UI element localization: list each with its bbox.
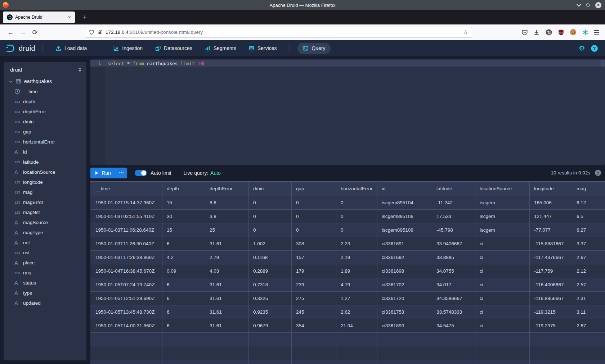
table-cell[interactable]: 31.61	[205, 292, 249, 305]
table-cell[interactable]: 275	[292, 292, 336, 305]
table-cell[interactable]: 34.5475	[432, 319, 475, 333]
column-item-mag[interactable]: 123mag	[4, 187, 86, 197]
druid-brand[interactable]: druid	[5, 43, 35, 54]
table-cell[interactable]: 1950-01-03T11:06:28.640Z	[90, 223, 162, 237]
table-cell[interactable]: -117.759	[530, 264, 572, 278]
table-cell[interactable]: 2.12	[572, 264, 605, 278]
table-cell[interactable]: -115.8881667	[530, 237, 572, 251]
column-item-dmin[interactable]: 123dmin	[4, 117, 86, 127]
column-header-longitude[interactable]: longitude	[530, 182, 572, 196]
table-cell[interactable]: 6.27	[572, 223, 605, 237]
column-item-gap[interactable]: 123gap	[4, 127, 86, 137]
pocket-icon[interactable]	[521, 29, 528, 36]
column-header-dmin[interactable]: dmin	[249, 182, 292, 196]
table-cell[interactable]: 33.5748333	[432, 305, 475, 319]
table-cell[interactable]: iscgem	[475, 223, 530, 237]
table-cell[interactable]: 3.8	[205, 210, 249, 223]
editor-scrollbar[interactable]	[601, 60, 604, 67]
column-header-depth[interactable]: depth	[162, 182, 205, 196]
table-cell[interactable]: 121.447	[530, 210, 572, 223]
settings-gear-icon[interactable]: ⚙	[579, 45, 585, 52]
table-cell[interactable]: 239	[292, 278, 336, 292]
table-cell[interactable]: 30	[162, 210, 205, 223]
table-cell[interactable]: 1950-01-05T12:51:29.690Z	[90, 292, 162, 305]
url-text[interactable]: 172.18.0.4:30109/unified-console.html#qu…	[106, 29, 463, 35]
table-cell[interactable]: -119.3215	[530, 305, 572, 319]
table-cell[interactable]: 1.89	[336, 264, 377, 278]
table-cell[interactable]: 31.61	[205, 319, 249, 333]
account-containers-icon[interactable]	[545, 29, 552, 36]
table-cell[interactable]: 354	[292, 319, 336, 333]
insecure-lock-icon[interactable]	[97, 29, 103, 35]
table-cell[interactable]: 0.09	[162, 264, 205, 278]
chevron-down-icon[interactable]	[9, 79, 13, 83]
nav-item-query[interactable]: Query	[297, 43, 330, 54]
table-cell[interactable]: 0	[292, 196, 336, 210]
table-cell[interactable]: iscgem	[475, 210, 530, 223]
table-cell[interactable]: ci	[475, 305, 530, 319]
table-cell[interactable]: 31.61	[205, 278, 249, 292]
table-cell[interactable]: ci3361753	[377, 305, 432, 319]
table-cell[interactable]: 4.03	[205, 264, 249, 278]
table-cell[interactable]: 1950-01-05T13:45:48.730Z	[90, 305, 162, 319]
nav-item-datasources[interactable]: Datasources	[153, 43, 194, 54]
table-cell[interactable]: ci3361702	[377, 278, 432, 292]
table-cell[interactable]: 2.62	[336, 305, 377, 319]
table-cell[interactable]: 0	[336, 223, 377, 237]
table-cell[interactable]: 33.8885	[432, 251, 475, 264]
table-cell[interactable]: 0.9235	[249, 305, 292, 319]
table-cell[interactable]: iscgem895104	[377, 196, 432, 210]
tracking-shield-icon[interactable]	[89, 29, 94, 35]
table-cell[interactable]: 17.533	[432, 210, 475, 223]
table-cell[interactable]: iscgem895106	[377, 210, 432, 223]
help-icon[interactable]: ?	[591, 45, 598, 52]
ublock-origin-icon[interactable]: UO	[558, 29, 564, 36]
table-cell[interactable]: -45.798	[432, 223, 475, 237]
menu-icon[interactable]	[594, 30, 599, 35]
column-item-status[interactable]: Astatus	[4, 278, 86, 288]
table-cell[interactable]: 245	[292, 305, 336, 319]
table-cell[interactable]: 6.5	[572, 210, 605, 223]
table-cell[interactable]: ci	[475, 278, 530, 292]
table-cell[interactable]: 1950-01-04T16:38:45.670Z	[90, 264, 162, 278]
table-cell[interactable]: iscgem895109	[377, 223, 432, 237]
window-minimize-icon[interactable]	[577, 2, 581, 7]
table-cell[interactable]: 3.37	[572, 237, 605, 251]
table-cell[interactable]: 0	[249, 210, 292, 223]
downloads-icon[interactable]	[533, 29, 540, 36]
table-cell[interactable]: -117.4376667	[530, 251, 572, 264]
table-cell[interactable]: 1950-01-05T07:24:19.740Z	[90, 278, 162, 292]
table-cell[interactable]: 1950-01-03T17:26:38.860Z	[90, 251, 162, 264]
table-cell[interactable]: 165.006	[530, 196, 572, 210]
table-cell[interactable]: 1.002	[249, 237, 292, 251]
table-cell[interactable]: 15	[162, 223, 205, 237]
table-cell[interactable]: -116.8856667	[530, 292, 572, 305]
column-item-latitude[interactable]: 123latitude	[4, 157, 86, 167]
table-cell[interactable]: 2.19	[336, 251, 377, 264]
run-button[interactable]: Run	[90, 168, 116, 178]
table-cell[interactable]: 0	[249, 196, 292, 210]
column-item-id[interactable]: Aid	[4, 147, 86, 157]
forward-icon[interactable]: →	[17, 27, 29, 38]
nav-item-segments[interactable]: Segments	[203, 43, 238, 54]
column-header-horizontalError[interactable]: horizontalError	[336, 182, 377, 196]
table-cell[interactable]: 15	[162, 196, 205, 210]
table-cell[interactable]: 1950-01-03T11:26:30.040Z	[90, 237, 162, 251]
table-cell[interactable]: 34.017	[432, 278, 475, 292]
table-cell[interactable]: 0.3325	[249, 292, 292, 305]
window-maximize-icon[interactable]	[586, 3, 590, 8]
table-cell[interactable]: 0	[292, 210, 336, 223]
column-header-latitude[interactable]: latitude	[432, 182, 475, 196]
column-item-magType[interactable]: AmagType	[4, 227, 86, 237]
table-cell[interactable]: ci	[475, 251, 530, 264]
column-item-type[interactable]: Atype	[4, 288, 86, 298]
table-cell[interactable]: 0.2889	[249, 264, 292, 278]
table-cell[interactable]: 0	[336, 196, 377, 210]
column-item-magSource[interactable]: AmagSource	[4, 217, 86, 227]
table-cell[interactable]: ci3361698	[377, 264, 432, 278]
column-item-longitude[interactable]: 123longitude	[4, 177, 86, 187]
window-close-icon[interactable]: ×	[595, 2, 601, 8]
new-tab-button[interactable]: +	[80, 13, 90, 22]
table-cell[interactable]: 0	[249, 223, 292, 237]
table-cell[interactable]: 6	[162, 237, 205, 251]
